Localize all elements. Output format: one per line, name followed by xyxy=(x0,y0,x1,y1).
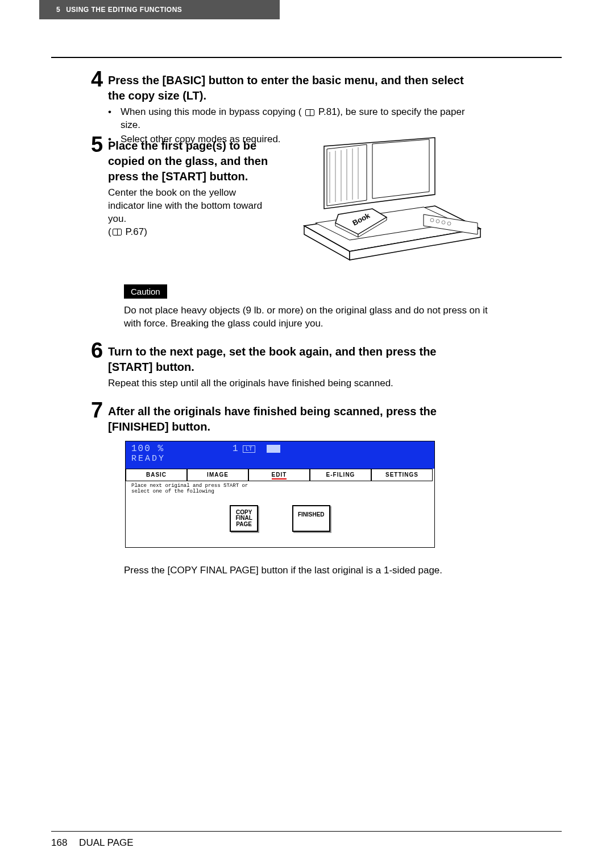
body-text-c: P.67) xyxy=(123,226,147,237)
screen-tab-row: BASIC IMAGE EDIT E-FILING SETTINGS xyxy=(126,469,434,481)
step-body: Center the book on the yellow indicator … xyxy=(108,187,273,239)
page-number: 168 xyxy=(51,837,67,848)
tab-edit[interactable]: EDIT xyxy=(248,469,310,481)
step-title: Place the first page(s) to be copied on … xyxy=(108,138,273,184)
footer-rule xyxy=(51,831,562,832)
body-text-b: ( xyxy=(108,226,111,237)
chapter-title: USING THE EDITING FUNCTIONS xyxy=(66,6,182,14)
chapter-number: 5 xyxy=(56,6,60,14)
step-number: 5 xyxy=(91,133,103,157)
scanner-book-illustration: Book xyxy=(293,135,492,263)
book-reference-icon xyxy=(113,229,122,235)
copy-final-page-button[interactable]: COPY FINAL PAGE xyxy=(230,505,258,532)
copier-screen-panel: 100 % 1 LT READY BASIC IMAGE EDIT E-FILI… xyxy=(125,441,435,548)
tab-settings[interactable]: SETTINGS xyxy=(371,469,433,481)
step-number: 4 xyxy=(91,67,103,92)
step-7: 7 After all the originals have finished … xyxy=(108,404,483,435)
step-title: After all the originals have finished be… xyxy=(108,404,483,435)
btn-line: PAGE xyxy=(235,522,252,528)
caution-text: Do not place heavy objects (9 lb. or mor… xyxy=(124,304,488,330)
screen-msg-line2: select one of the following xyxy=(131,489,429,495)
body-text-a: Center the book on the yellow indicator … xyxy=(108,187,262,224)
screen-button-row: COPY FINAL PAGE FINISHED xyxy=(126,505,434,532)
section-title: DUAL PAGE xyxy=(79,837,133,848)
step-number: 6 xyxy=(91,338,103,363)
bullet-text: When using this mode in bypass copying ( xyxy=(121,106,301,117)
bullet-item: • When using this mode in bypass copying… xyxy=(108,106,483,132)
step-title: Press the [BASIC] button to enter the ba… xyxy=(108,73,483,104)
book-reference-icon xyxy=(305,109,314,116)
tab-image[interactable]: IMAGE xyxy=(187,469,248,481)
screen-message: Place next original and press START or s… xyxy=(126,481,434,497)
caution-section: Caution Do not place heavy objects (9 lb… xyxy=(124,284,488,330)
tab-efiling[interactable]: E-FILING xyxy=(310,469,371,481)
step-7-footnote: Press the [COPY FINAL PAGE] button if th… xyxy=(124,565,442,576)
tab-basic[interactable]: BASIC xyxy=(126,469,187,481)
copy-count: 1 xyxy=(233,444,238,454)
page-footer: 168 DUAL PAGE xyxy=(51,837,134,849)
chapter-header: 5 USING THE EDITING FUNCTIONS xyxy=(39,0,280,19)
paper-size-badge: LT xyxy=(243,445,255,453)
finished-button[interactable]: FINISHED xyxy=(292,505,330,532)
step-6: 6 Turn to the next page, set the book ag… xyxy=(108,344,483,390)
caution-label: Caution xyxy=(124,284,167,299)
ready-status: READY xyxy=(131,454,429,464)
top-rule xyxy=(51,57,562,58)
step-body: Repeat this step until all the originals… xyxy=(108,377,483,390)
zoom-percent: 100 xyxy=(131,444,151,454)
step-title: Turn to the next page, set the book agai… xyxy=(108,344,483,375)
paper-tray-icon xyxy=(267,445,280,453)
step-number: 7 xyxy=(91,398,103,423)
screen-status-bar: 100 % 1 LT READY xyxy=(126,441,434,469)
percent-symbol: % xyxy=(157,444,164,454)
step-5: 5 Place the first page(s) to be copied o… xyxy=(108,138,273,239)
tab-edit-label: EDIT xyxy=(272,472,287,480)
